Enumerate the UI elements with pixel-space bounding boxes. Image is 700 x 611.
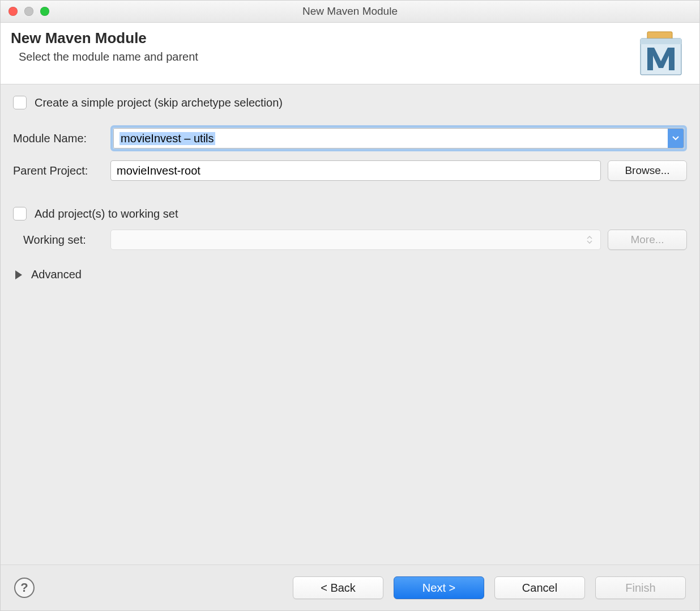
- advanced-label: Advanced: [31, 268, 82, 281]
- module-name-label: Module Name:: [13, 132, 104, 145]
- wizard-header: New Maven Module Select the module name …: [1, 23, 699, 84]
- page-subtitle: Select the module name and parent: [19, 50, 198, 63]
- add-working-set-checkbox[interactable]: [13, 207, 27, 220]
- working-set-check-row: Add project(s) to working set: [13, 207, 687, 220]
- simple-project-checkbox[interactable]: [13, 96, 27, 109]
- add-working-set-label[interactable]: Add project(s) to working set: [35, 207, 178, 220]
- window-controls: [1, 7, 49, 16]
- maximize-window-button[interactable]: [40, 7, 49, 16]
- next-button[interactable]: Next >: [394, 576, 484, 599]
- disclosure-triangle-icon: [15, 270, 22, 279]
- help-icon[interactable]: ?: [14, 578, 35, 598]
- module-name-input[interactable]: movieInvest – utils: [114, 129, 668, 148]
- minimize-window-button[interactable]: [24, 7, 33, 16]
- module-name-value: movieInvest – utils: [119, 132, 215, 145]
- wizard-content: Create a simple project (skip archetype …: [1, 84, 699, 565]
- working-set-combo: [110, 230, 601, 250]
- working-set-row: Working set: More...: [13, 230, 687, 250]
- module-name-row: Module Name: movieInvest – utils: [13, 125, 687, 151]
- browse-button[interactable]: Browse...: [608, 160, 687, 181]
- window-title: New Maven Module: [1, 5, 699, 18]
- svg-rect-2: [641, 39, 681, 44]
- cancel-button[interactable]: Cancel: [494, 576, 585, 599]
- maven-module-icon: [636, 31, 686, 76]
- stepper-icon: [587, 234, 596, 246]
- advanced-disclosure[interactable]: Advanced: [13, 268, 687, 281]
- parent-project-input[interactable]: [110, 160, 601, 181]
- titlebar: New Maven Module: [1, 1, 699, 23]
- module-name-combo[interactable]: movieInvest – utils: [113, 128, 684, 148]
- more-button: More...: [608, 230, 687, 250]
- page-title: New Maven Module: [11, 29, 198, 47]
- chevron-down-icon[interactable]: [668, 129, 684, 148]
- wizard-footer: ? < Back Next > Cancel Finish: [1, 565, 699, 610]
- finish-button: Finish: [595, 576, 686, 599]
- back-button[interactable]: < Back: [293, 576, 383, 599]
- module-name-combo-focus: movieInvest – utils: [110, 125, 687, 151]
- parent-project-label: Parent Project:: [13, 164, 104, 177]
- working-set-label: Working set:: [13, 234, 104, 247]
- dialog-window: New Maven Module New Maven Module Select…: [0, 0, 700, 611]
- simple-project-label[interactable]: Create a simple project (skip archetype …: [35, 96, 283, 109]
- simple-project-row: Create a simple project (skip archetype …: [13, 96, 687, 109]
- close-window-button[interactable]: [8, 7, 18, 16]
- parent-project-row: Parent Project: Browse...: [13, 160, 687, 181]
